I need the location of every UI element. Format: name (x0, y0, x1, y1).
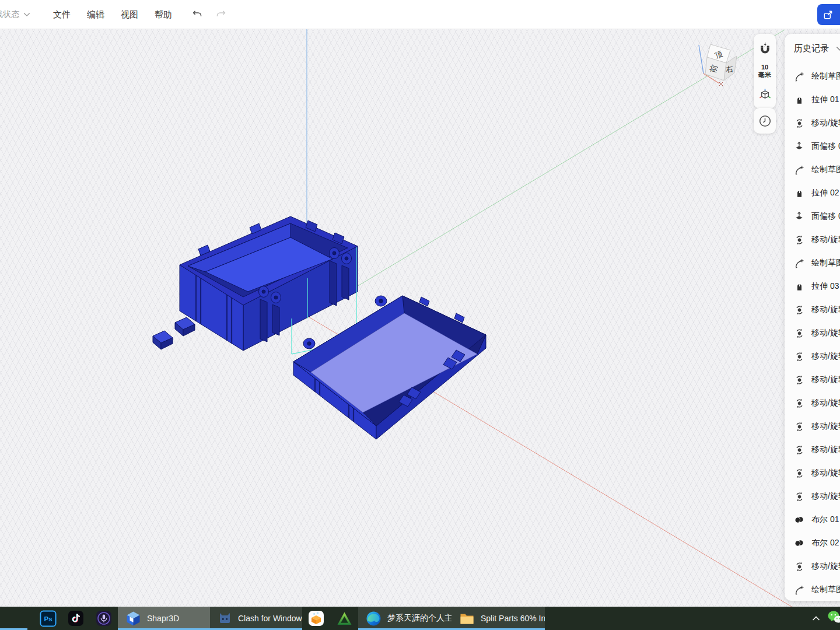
history-item[interactable]: 绘制草图 (785, 251, 840, 275)
history-item[interactable]: 移动/旋转 (785, 345, 840, 368)
history-item[interactable]: 拉伸 03 (785, 275, 840, 298)
history-item-label: 绘制草图 (811, 584, 840, 595)
history-item[interactable]: 拉伸 01 (785, 88, 840, 111)
history-item[interactable]: 绘制草图 (785, 65, 840, 88)
move-rotate-icon (794, 422, 804, 432)
move-rotate-icon (794, 468, 804, 478)
extrude-icon (794, 189, 804, 198)
taskbar-green-triangle[interactable] (330, 607, 358, 630)
snapping-toggle-button[interactable] (755, 38, 775, 58)
menu-item[interactable]: 帮助 (146, 0, 180, 29)
model-case-lid[interactable] (293, 296, 486, 439)
model-latch-clips[interactable] (153, 317, 195, 349)
history-item-label: 拉伸 02 (811, 188, 839, 198)
history-item[interactable]: 拉伸 02 (785, 181, 840, 205)
history-item[interactable]: 移动/旋转 (785, 485, 840, 508)
folder-icon (459, 611, 475, 626)
history-item[interactable]: 布尔 01 (785, 508, 840, 531)
history-item[interactable]: 移动/旋转 (785, 438, 840, 461)
menu-bar: 线状态 文件编辑视图帮助 (0, 0, 840, 29)
menu-item[interactable]: 编辑 (79, 0, 113, 29)
history-item[interactable]: 移动/旋转 (785, 321, 840, 345)
kugou-box-icon (308, 610, 324, 626)
history-item[interactable]: 移动/旋转 (785, 111, 840, 135)
history-panel-header[interactable]: 历史记录 (785, 34, 840, 65)
history-item-label: 移动/旋转 (811, 398, 840, 408)
edge-browser-icon (366, 611, 382, 626)
taskbar-tiktok[interactable] (62, 607, 90, 630)
history-item-label: 布尔 02 (811, 538, 839, 548)
move-rotate-icon (794, 562, 804, 572)
history-item[interactable]: 绘制草图 (785, 158, 840, 181)
taskbar-voice-mic[interactable] (90, 607, 118, 630)
view-cube[interactable]: 顶 前 右 (699, 44, 737, 86)
history-item-label: 移动/旋转 (811, 328, 840, 338)
history-item-label: 绘制草图 (811, 164, 840, 175)
tray-wechat-button[interactable] (827, 610, 840, 627)
history-item[interactable]: 移动/旋转 (785, 228, 840, 251)
history-item[interactable]: 移动/旋转 (785, 461, 840, 485)
face-offset-icon (794, 142, 804, 151)
viewport-3d[interactable]: 顶 前 右 10 毫米 历史记录 绘制草图拉伸 01移动/旋转面偏移 0绘制草图… (0, 29, 840, 607)
taskbar-app-label: Clash for Windows (238, 614, 302, 623)
extrude-icon (794, 282, 804, 291)
taskbar-app-label: Shapr3D (147, 614, 179, 623)
grid-size-value: 10 (761, 64, 768, 71)
history-item[interactable]: 面偏移 0 (785, 135, 840, 158)
sketch-icon (794, 72, 804, 82)
history-item-label: 移动/旋转 (811, 491, 840, 502)
history-item-label: 绘制草图 (811, 258, 840, 268)
history-item-label: 移动/旋转 (811, 561, 840, 572)
taskbar-clash[interactable]: Clash for Windows (210, 607, 302, 630)
menu-item[interactable]: 文件 (45, 0, 79, 29)
taskbar-edge[interactable]: 梦系天涯的个人主... (358, 607, 452, 630)
clash-icon (218, 611, 232, 626)
history-item[interactable]: 绘制草图 (785, 578, 840, 601)
history-item-label: 面偏移 0 (811, 211, 840, 222)
svg-text:Ps: Ps (44, 615, 52, 622)
taskbar-apps: PsShapr3DClash for Windows梦系天涯的个人主...Spl… (34, 607, 545, 630)
chevron-down-icon (23, 12, 30, 17)
history-item[interactable]: 面偏移 0 (785, 205, 840, 228)
redo-icon (215, 9, 226, 20)
taskbar-tray (812, 607, 840, 630)
history-panel-title: 历史记录 (794, 43, 829, 54)
redo-button[interactable] (213, 7, 228, 22)
history-list: 绘制草图拉伸 01移动/旋转面偏移 0绘制草图拉伸 02面偏移 0移动/旋转绘制… (785, 65, 840, 601)
green-triangle-icon (337, 611, 352, 626)
connection-status[interactable]: 线状态 (0, 9, 36, 20)
history-item-label: 移动/旋转 (811, 118, 840, 128)
taskbar-photoshop[interactable]: Ps (34, 607, 62, 630)
taskbar-kugou[interactable] (302, 607, 330, 630)
grid-size-button[interactable]: 10 毫米 (755, 61, 775, 81)
boolean-icon (794, 538, 804, 548)
history-item-label: 移动/旋转 (811, 374, 840, 385)
taskbar-shapr3d[interactable]: Shapr3D (118, 607, 210, 630)
move-rotate-icon (794, 445, 804, 455)
move-rotate-icon (794, 352, 804, 362)
share-button[interactable] (817, 4, 840, 25)
history-item-label: 拉伸 01 (811, 94, 839, 105)
sketch-icon (794, 258, 804, 268)
axis-orientation-button[interactable] (755, 85, 775, 104)
menu-item[interactable]: 视图 (113, 0, 146, 29)
undo-button[interactable] (190, 7, 205, 22)
history-item[interactable]: 移动/旋转 (785, 298, 840, 321)
undo-redo-group (190, 7, 228, 22)
sketch-icon (794, 585, 804, 595)
history-item[interactable]: 移动/旋转 (785, 368, 840, 391)
history-item[interactable]: 移动/旋转 (785, 391, 840, 415)
undo-icon (192, 9, 203, 20)
history-item[interactable]: 移动/旋转 (785, 415, 840, 438)
taskbar-app-label: 梦系天涯的个人主... (387, 613, 452, 624)
move-rotate-icon (794, 328, 804, 338)
move-rotate-icon (794, 398, 804, 408)
sketch-icon (794, 165, 804, 175)
history-item[interactable]: 移动/旋转 (785, 555, 840, 578)
taskbar-folder[interactable]: Split Parts 60% In... (452, 607, 545, 630)
history-item-label: 面偏移 0 (811, 141, 840, 152)
boolean-icon (794, 515, 804, 524)
history-item[interactable]: 布尔 02 (785, 531, 840, 555)
history-toggle-button[interactable] (754, 108, 776, 134)
taskbar-overflow-button[interactable] (812, 616, 820, 621)
